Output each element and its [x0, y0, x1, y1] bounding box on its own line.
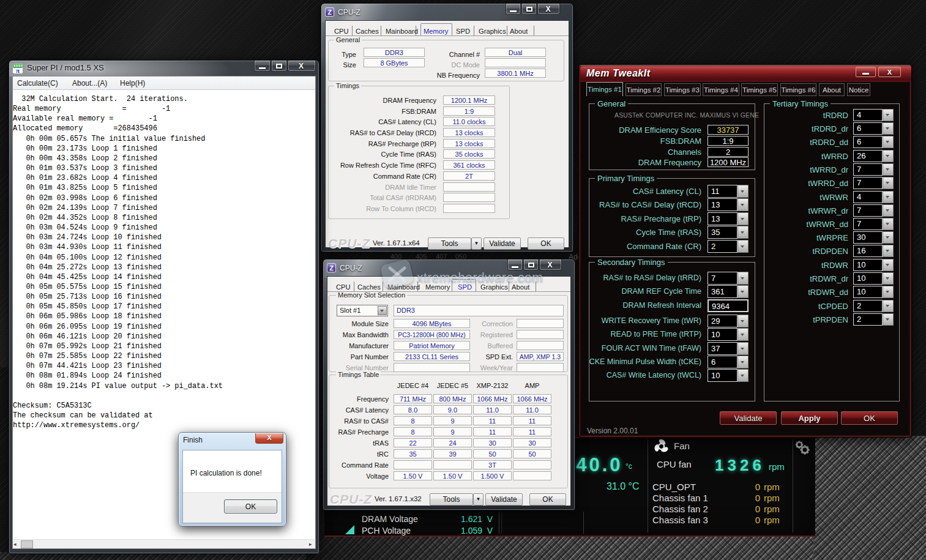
- svg-text:π: π: [16, 67, 20, 73]
